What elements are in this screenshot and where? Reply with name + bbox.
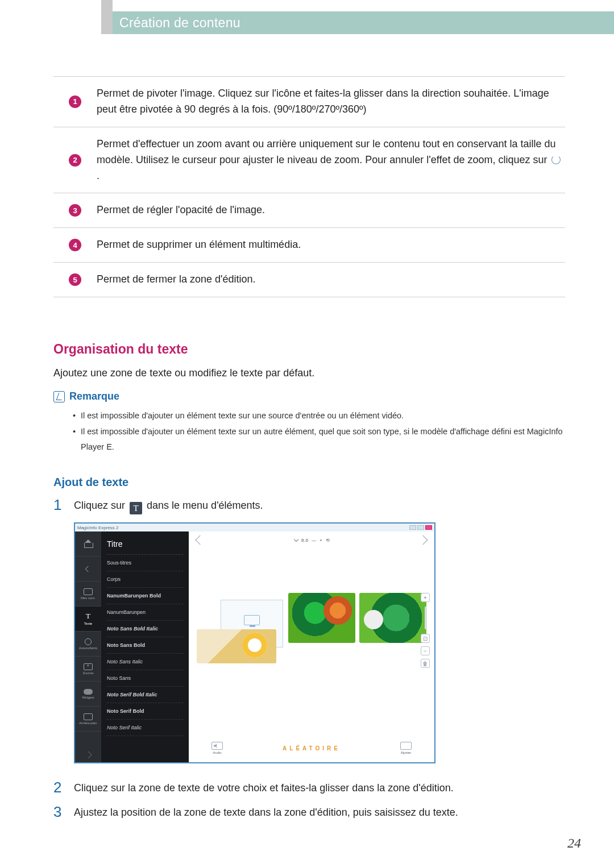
app-body: Mes cont. TTexte Autocollants Source Wid… <box>75 531 434 762</box>
trash-button[interactable]: 🗑 <box>421 659 430 668</box>
callout-table: 1Permet de pivoter l'image. Cliquez sur … <box>53 76 565 297</box>
step-number: 3 <box>53 804 65 820</box>
fit-icon <box>400 742 412 750</box>
next-slide-button[interactable] <box>418 535 428 545</box>
tv-icon <box>244 615 260 625</box>
app-screenshot: MagicInfo Express 2 Mes cont. TTexte Aut… <box>74 522 435 763</box>
fit-control[interactable]: Ajuster <box>400 742 412 754</box>
minimize-button[interactable] <box>409 525 416 530</box>
step1-pre: Cliquez sur <box>74 500 128 511</box>
note-item: Il est impossible d'ajouter un élément t… <box>73 424 565 455</box>
canvas-image-3[interactable] <box>197 629 276 663</box>
callout-bullet: 4 <box>69 239 81 251</box>
zoom-fit-button[interactable]: ⊡ <box>421 634 430 643</box>
zoom-in-button[interactable]: + <box>421 593 430 602</box>
nav-media[interactable]: Mes cont. <box>75 582 101 607</box>
prev-slide-button[interactable] <box>196 535 205 545</box>
nav-background[interactable]: Arrière-plan <box>75 707 101 732</box>
section-intro: Ajoutez une zone de texte ou modifiez le… <box>53 367 565 379</box>
cloud-icon <box>84 689 93 695</box>
desc-text: Permet de supprimer un élément multimédi… <box>97 239 301 250</box>
callout-number-cell: 4 <box>53 228 97 263</box>
step-2: 2 Cliquez sur la zone de texte de votre … <box>53 779 565 796</box>
font-option[interactable]: Noto Sans Italic <box>107 654 183 670</box>
font-option[interactable]: NanumBarunpen Bold <box>107 588 183 604</box>
nav-stickers[interactable]: Autocollants <box>75 632 101 657</box>
chapter-title-bar: Création de contenu <box>113 11 614 34</box>
font-option[interactable]: Noto Sans Bold <box>107 637 183 654</box>
desc-text: Permet d'effectuer un zoom avant ou arri… <box>97 138 556 165</box>
zoom-reset-button[interactable]: − <box>421 646 430 655</box>
desc-text: Permet de fermer la zone d'édition. <box>97 273 256 285</box>
speaker-icon <box>211 742 223 750</box>
table-row: 2Permet d'effectuer un zoom avant ou arr… <box>53 127 565 193</box>
zoom-indicator[interactable]: 8.0 — + ⟲ <box>293 538 330 543</box>
desc-text: . <box>97 170 99 181</box>
note-head: Remarque <box>53 391 565 402</box>
note-icon <box>53 391 65 402</box>
step-1: 1 Cliquez sur T dans le menu d'éléments. <box>53 497 565 514</box>
canvas-topbar: 8.0 — + ⟲ <box>189 531 434 549</box>
nav-back[interactable] <box>75 556 101 582</box>
nav-source[interactable]: Source <box>75 657 101 682</box>
media-icon <box>84 588 93 595</box>
window-titlebar: MagicInfo Express 2 <box>75 524 434 531</box>
canvas-image-1[interactable] <box>288 593 355 643</box>
nav-label: Widgets <box>82 696 94 699</box>
font-option[interactable]: Noto Serif Bold Italic <box>107 687 183 703</box>
font-option[interactable]: Noto Sans <box>107 670 183 687</box>
zoom-controls: + ⊡ − 🗑 <box>421 593 431 668</box>
binder-tab <box>101 0 113 34</box>
table-row: 1Permet de pivoter l'image. Cliquez sur … <box>53 77 565 127</box>
text-tool-icon: T <box>130 502 142 514</box>
page: Création de contenu 1Permet de pivoter l… <box>0 0 614 868</box>
back-icon <box>85 566 91 572</box>
background-icon <box>84 713 93 720</box>
section-heading-ajout: Ajout de texte <box>53 476 565 489</box>
callout-bullet: 5 <box>69 273 81 286</box>
audio-control[interactable]: Audio <box>211 742 223 754</box>
font-option[interactable]: Noto Serif Italic <box>107 720 183 736</box>
font-panel-title[interactable]: Titre <box>107 536 183 555</box>
audio-label: Audio <box>213 751 221 754</box>
canvas-bottombar: Audio ALÉATOIRE Ajuster <box>189 740 434 757</box>
section-heading-organisation: Organisation du texte <box>53 342 565 357</box>
font-option[interactable]: NanumBarunpen <box>107 604 183 621</box>
desc-text: Permet de pivoter l'image. Cliquez sur l… <box>97 88 549 115</box>
step-text: Cliquez sur la zone de texte de votre ch… <box>74 779 454 796</box>
maximize-button[interactable] <box>417 525 424 530</box>
nav-label: Source <box>82 671 93 675</box>
home-icon <box>84 540 92 548</box>
canvas[interactable]: 8.0 — + ⟲ TV + ⊡ <box>189 531 434 762</box>
font-option[interactable]: Corps <box>107 571 183 588</box>
nav-label: Autocollants <box>79 646 98 650</box>
callout-bullet: 1 <box>69 95 81 108</box>
zoom-slider[interactable] <box>425 607 427 629</box>
step-text: Cliquez sur T dans le menu d'éléments. <box>74 497 263 514</box>
callout-description: Permet de régler l'opacité de l'image. <box>97 193 565 228</box>
nav-home[interactable] <box>75 531 101 556</box>
font-option[interactable]: Noto Serif Bold <box>107 703 183 720</box>
nav-label: Arrière-plan <box>79 721 97 725</box>
zoom-value: 8.0 <box>301 538 309 543</box>
step-3: 3 Ajustez la position de la zone de text… <box>53 804 565 820</box>
canvas-image-2[interactable] <box>359 593 426 643</box>
font-option[interactable]: Noto Sans Bold Italic <box>107 621 183 637</box>
note-item: Il est impossible d'ajouter un élément t… <box>73 408 565 424</box>
nav-label: Texte <box>84 622 92 625</box>
text-icon: T <box>84 613 93 621</box>
callout-number-cell: 3 <box>53 193 97 228</box>
step-text: Ajustez la position de la zone de texte … <box>74 804 458 820</box>
table-row: 3Permet de régler l'opacité de l'image. <box>53 193 565 228</box>
random-label[interactable]: ALÉATOIRE <box>283 745 341 751</box>
nav-widgets[interactable]: Widgets <box>75 682 101 707</box>
callout-number-cell: 5 <box>53 263 97 297</box>
callout-description: Permet de pivoter l'image. Cliquez sur l… <box>97 77 565 127</box>
steps: 1 Cliquez sur T dans le menu d'éléments.… <box>53 497 565 820</box>
nav-text[interactable]: TTexte <box>75 607 101 632</box>
nav-expand[interactable] <box>75 747 101 762</box>
font-option[interactable]: Sous-titres <box>107 555 183 571</box>
reset-zoom-icon <box>551 155 561 164</box>
close-button[interactable] <box>425 525 432 530</box>
chevron-right-icon <box>84 751 92 759</box>
